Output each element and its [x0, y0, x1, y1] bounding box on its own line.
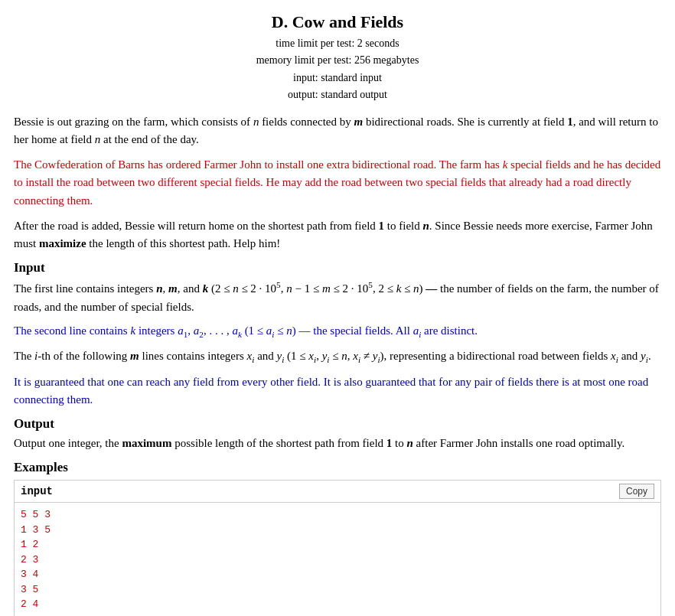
copy-input-button[interactable]: Copy	[619, 484, 654, 499]
output-section: Output Output one integer, the maximum p…	[14, 416, 661, 452]
problem-header: D. Cow and Fields time limit per test: 2…	[14, 12, 661, 104]
input-para2: The second line contains k integers a1, …	[14, 322, 661, 341]
input-section: Input The first line contains integers n…	[14, 260, 661, 409]
time-limit: time limit per test: 2 seconds	[14, 35, 661, 52]
examples-title: Examples	[14, 460, 661, 475]
intro-para: Bessie is out grazing on the farm, which…	[14, 113, 661, 149]
problem-title: D. Cow and Fields	[14, 12, 661, 32]
input-para3: The i-th of the following m lines contai…	[14, 347, 661, 367]
memory-limit: memory limit per test: 256 megabytes	[14, 52, 661, 69]
output-type: output: standard output	[14, 86, 661, 103]
maximize-para: After the road is added, Bessie will ret…	[14, 217, 661, 253]
problem-maximize-section: After the road is added, Bessie will ret…	[14, 217, 661, 253]
input-example-box: input Copy 5 5 31 3 51 22 33 43 52 4	[14, 480, 661, 616]
examples-section: Examples input Copy 5 5 31 3 51 22 33 43…	[14, 460, 661, 616]
road-para: The Cowfederation of Barns has ordered F…	[14, 156, 661, 210]
input-para4: It is guaranteed that one can reach any …	[14, 373, 661, 409]
problem-road-section: The Cowfederation of Barns has ordered F…	[14, 156, 661, 210]
input-example-content: 5 5 31 3 51 22 33 43 52 4	[15, 503, 660, 616]
input-label: input	[21, 485, 53, 497]
input-title: Input	[14, 260, 661, 275]
input-para1: The first line contains integers n, m, a…	[14, 279, 661, 316]
output-para: Output one integer, the maximum possible…	[14, 435, 661, 452]
output-title: Output	[14, 416, 661, 432]
input-type: input: standard input	[14, 70, 661, 86]
input-example-header: input Copy	[15, 481, 660, 503]
problem-intro-section: Bessie is out grazing on the farm, which…	[14, 113, 661, 149]
